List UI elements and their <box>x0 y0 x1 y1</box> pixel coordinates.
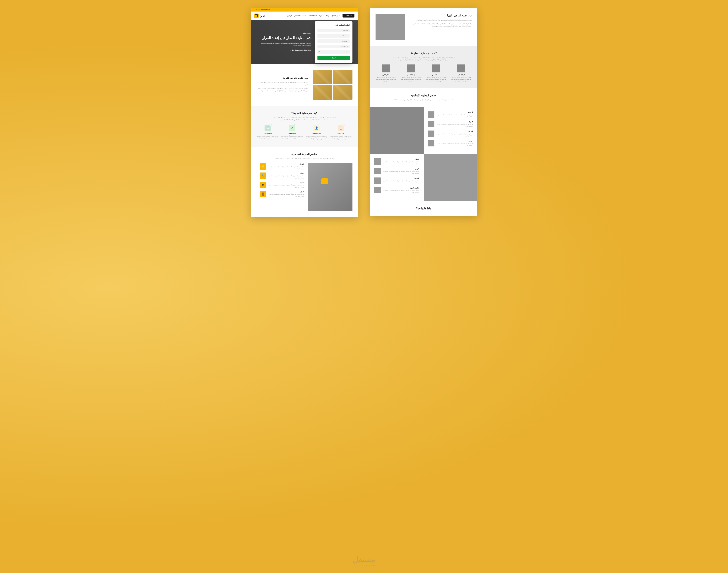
step-item: استلام التقريرهنا النص هو مثال لنصي يمكن… <box>376 64 397 82</box>
plumbing-icon: 🔧 <box>260 172 266 179</box>
logo-icon <box>254 13 259 18</box>
doors-icon: 🚪 <box>260 191 266 197</box>
element-item: الكهرباءهذا النص هو مثال لنص يمكن أن يست… <box>428 111 473 118</box>
step-item: 👤02 تحديد الفاحص هنا النص هو مثال لنصي ي… <box>305 125 328 141</box>
submit-button[interactable]: تسجيل <box>318 56 350 60</box>
twitter-icon[interactable]: 𝕏 <box>256 9 257 10</box>
linkedin-icon[interactable]: in <box>258 9 260 10</box>
element-item: الجدرانهذا النص هو مثال لنص يمكن أن يستب… <box>428 131 473 137</box>
testimonials-title: ماذا قالوا عنا؟ <box>416 207 431 210</box>
step-item: 📄04 استلام التقرير هنا النص هو مثال لنصي… <box>256 125 279 141</box>
element-item: الجدرانهذا النص هو مثال لنص يمكن أن يستب… <box>260 181 304 188</box>
element-icon <box>374 168 381 174</box>
elements-row-1: الكهرباءهذا النص هو مثال لنص يمكن أن يست… <box>370 107 478 154</box>
watermark: مستقل mostaql.com <box>353 555 375 567</box>
city-select[interactable]: المدينة <box>318 50 350 54</box>
about-image <box>333 85 352 100</box>
process-desc: تتم عملية المعاينة من خلال جولة مدروسة ب… <box>273 117 336 121</box>
element-icon <box>374 158 381 165</box>
elements-row-2: النوافذهذا النص هو مثال لنص يمكن أن يستب… <box>370 154 478 201</box>
elements-desc: نقدم خدمة عابر شاملة، نعلم معاينة متعددة… <box>392 99 455 101</box>
elements-title: عناصر المعاينة الأساسية <box>256 153 352 156</box>
nav-contact[interactable]: تواصل <box>326 15 329 16</box>
mockup-wireframe: ماذا نقدم لك في عاين؟ منصة عاين أول منصة… <box>370 8 478 216</box>
process-section: كيف تتم عملية المعاينة؟ تتم عملية المعاي… <box>370 46 478 88</box>
facebook-icon[interactable]: f <box>253 9 254 10</box>
element-item: السباكةهذا النص هو مثال لنص يمكن أن يستب… <box>428 121 473 127</box>
step-title: إجراء الفحص <box>281 133 304 134</box>
phone-number: +966 50 000 0000 <box>261 9 271 10</box>
email-input[interactable] <box>318 45 350 48</box>
elements-desc: نقدم خدمة عابر شاملة، نعلم معاينة متعددة… <box>273 158 336 160</box>
element-item: الأبوابهذا النص هو مثال لنص يمكن أن يستب… <box>428 140 473 146</box>
element-item: النوافذهذا النص هو مثال لنص يمكن أن يستب… <box>374 158 419 165</box>
about-image <box>313 85 332 100</box>
nav-cost[interactable]: حساب تكلفة الفحص <box>294 15 306 16</box>
about-image <box>333 70 352 84</box>
process-title: كيف تتم عملية المعاينة؟ <box>376 52 472 55</box>
element-icon <box>428 111 434 118</box>
elements-image <box>308 163 352 211</box>
step-item: تحديد الفاحصهنا النص هو مثال لنصي يمكن أ… <box>426 64 447 82</box>
element-item: التكييف والتهويةهذا النص هو مثال لنص يمك… <box>374 187 419 193</box>
element-icon <box>428 140 434 146</box>
process-desc: تتم عملية المعاينة من خلال جولة مدروسة ب… <box>392 57 455 61</box>
about-image-grid <box>313 70 352 100</box>
elements-title: عناصر المعاينة الأساسية <box>376 94 472 97</box>
topbar: +966 50 000 0000 in 𝕏 f <box>250 8 358 11</box>
walls-icon: ▦ <box>260 181 266 188</box>
electricity-icon: ⚡ <box>260 163 266 170</box>
about-title: ماذا نقدم لك في عاين؟ <box>256 76 308 80</box>
elements-image <box>424 154 478 201</box>
process-title: كيف تتم عملية المعاينة؟ <box>256 112 352 115</box>
step-desc: هنا النص هو مثال لنصي يمكن أن يستبدل في … <box>329 135 353 141</box>
last-name-input[interactable] <box>318 34 350 38</box>
element-item: السباكةهذا النص هو مثال لنص يمكن أن يستب… <box>260 172 304 179</box>
step-icon <box>432 64 440 72</box>
brand-name: عاين <box>260 14 265 17</box>
elements-section-header: عناصر المعاينة الأساسية نقدم خدمة عابر ش… <box>370 88 478 107</box>
about-p2: وبالتحقق لك العقار بمعاينة منهجية وتقرير… <box>409 22 472 27</box>
about-p1: منصة عاين أول منصة معاينة العقارات لمساع… <box>256 82 308 86</box>
step-icon <box>407 64 415 72</box>
step-item: تعبئة الطلبهنا النص هو مثال لنصي يمكن أن… <box>451 64 472 82</box>
elements-image <box>370 107 424 154</box>
hero-section: اطلب المعاينة الآن المدينة تسجيل #عاين_ت… <box>250 20 358 64</box>
about-section: ماذا نقدم لك في عاين؟ منصة عاين أول منصة… <box>250 64 358 106</box>
about-p2: وبالتحقق لك العقار بمعاينة منهجية وتقرير… <box>256 87 308 92</box>
logo[interactable]: عاين <box>254 13 265 18</box>
nav-about[interactable]: عن عاين <box>287 15 292 16</box>
form-title: اطلب المعاينة الآن <box>318 24 350 26</box>
process-section: كيف تتم عملية المعاينة؟ تتم عملية المعاي… <box>250 106 358 147</box>
step-desc: هنا النص هو مثال لنصي يمكن أن يستبدل في … <box>305 135 328 141</box>
element-icon <box>374 187 381 193</box>
hero-cta[interactable]: سجل بياناتك وسوف نتواصل معك ← <box>289 50 311 51</box>
element-item: الأبوابهذا النص هو مثال لنص يمكن أن يستب… <box>260 191 304 197</box>
first-name-input[interactable] <box>318 29 350 32</box>
step-desc: هنا النص هو مثال لنصي يمكن أن يستبدل في … <box>256 135 279 141</box>
step-item: إجراء الفحصهنا النص هو مثال لنصي يمكن أن… <box>401 64 422 82</box>
request-service-button[interactable]: طلب الخدمة <box>342 14 354 17</box>
step-item: 📋01 تعبئة الطلب هنا النص هو مثال لنصي يم… <box>329 125 353 141</box>
elements-section: عناصر المعاينة الأساسية نقدم خدمة عابر ش… <box>250 147 358 217</box>
inspector-icon: 👤02 <box>313 125 320 131</box>
request-form: اطلب المعاينة الآن المدينة تسجيل <box>315 21 352 63</box>
phone-input[interactable] <box>318 39 350 43</box>
step-icon <box>457 64 465 72</box>
element-icon <box>374 177 381 184</box>
step-item: ✓03 إجراء الفحص هنا النص هو مثال لنصي يم… <box>281 125 304 141</box>
about-p1: منصة عاين أول منصة معاينة العقارات لمساع… <box>409 19 472 21</box>
element-icon <box>428 121 434 127</box>
element-icon <box>428 131 434 137</box>
nav-faq[interactable]: الأسئلة الشائعة <box>309 15 317 16</box>
nav-blog[interactable]: المدونة <box>319 15 323 16</box>
step-icon <box>382 64 390 72</box>
nav-login[interactable]: تسجيل الدخول <box>332 15 340 16</box>
report-icon: 📄04 <box>265 125 271 131</box>
step-desc: هنا النص هو مثال لنصي يمكن أن يستبدل في … <box>281 135 304 141</box>
step-title: تعبئة الطلب <box>329 133 353 134</box>
hero-desc: نحن نقدم خدمة معاينة عناصر البناء الهندس… <box>256 42 311 47</box>
about-image-placeholder <box>376 14 405 40</box>
hero-title: قم بمعاينة العقار قبل إتخاذ القرار <box>256 35 311 41</box>
step-title: تحديد الفاحص <box>305 133 328 134</box>
